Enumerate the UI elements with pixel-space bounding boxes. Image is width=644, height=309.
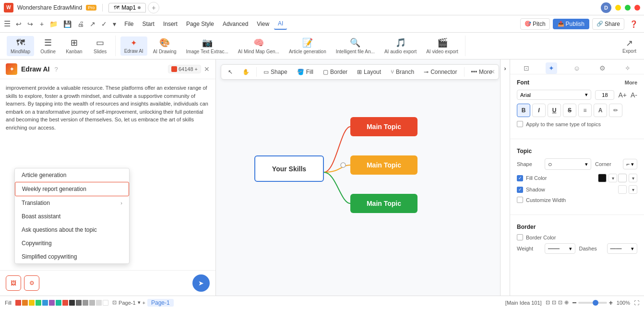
- font-grow-icon[interactable]: A+: [618, 91, 627, 99]
- dropdown-item-simplified[interactable]: Simplified copywriting: [15, 250, 129, 263]
- color-swatch-green[interactable]: [36, 300, 41, 306]
- maximize-button[interactable]: [625, 5, 631, 11]
- add-page-button[interactable]: +: [143, 300, 145, 306]
- kanban-tool[interactable]: ⊞ Kanban: [62, 36, 86, 56]
- apply-same-type-checkbox[interactable]: [517, 121, 523, 127]
- add-credits-icon[interactable]: +: [195, 66, 198, 72]
- zoom-thumb[interactable]: [593, 300, 598, 306]
- send-button[interactable]: ➤: [192, 274, 210, 292]
- color-swatch-teal[interactable]: [56, 300, 61, 306]
- weight-select[interactable]: —— ▾: [545, 243, 575, 254]
- redo-button[interactable]: ↪: [25, 19, 36, 29]
- right-panel-collapse[interactable]: ›: [500, 59, 510, 296]
- fill-color-checkbox[interactable]: ✓: [517, 175, 523, 181]
- rp-tab-emoji[interactable]: ☺: [571, 62, 583, 74]
- view-options[interactable]: ⊡: [552, 299, 556, 306]
- menu-view[interactable]: View: [253, 19, 273, 29]
- ai-image-button[interactable]: 🖼: [6, 275, 21, 291]
- color-swatch-lightest[interactable]: [96, 300, 102, 306]
- border-tool[interactable]: ▢ Border: [320, 67, 350, 77]
- dropdown-item-article[interactable]: Article generation: [15, 168, 129, 182]
- ai-mindmap-gen-tool[interactable]: 🧠 AI Mind Map Gen...: [234, 36, 283, 56]
- dropdown-item-boast[interactable]: Boast assistant: [15, 210, 129, 223]
- shadow-color-dropdown[interactable]: ▾: [629, 185, 637, 194]
- font-shrink-icon[interactable]: A-: [631, 91, 637, 99]
- color-swatch-red2[interactable]: [62, 300, 68, 306]
- canvas-toolbar-close[interactable]: ×: [490, 68, 495, 76]
- add-tab-button[interactable]: +: [148, 2, 159, 13]
- fill-color-dropdown-2[interactable]: ▾: [629, 174, 637, 182]
- tab-map1[interactable]: 🗺 Map1: [108, 3, 146, 12]
- border-color-checkbox[interactable]: [517, 234, 523, 240]
- canvas[interactable]: ↖ ✋ ▭ Shape 🪣 Fill ▢ Border ⊞ Layout ⑂ B…: [216, 59, 500, 296]
- mindmap-tool[interactable]: 🗺 MindMap: [7, 36, 34, 56]
- fill-tool[interactable]: 🪣 Fill: [294, 67, 316, 77]
- add-button[interactable]: +: [37, 19, 46, 29]
- strikethrough-button[interactable]: S: [563, 104, 576, 117]
- font-size-input[interactable]: 18: [595, 90, 614, 100]
- menu-collapse-button[interactable]: ☰: [4, 19, 11, 28]
- highlight-button[interactable]: ✏: [609, 104, 622, 117]
- edraw-ai-tool[interactable]: ✦ Edraw AI: [120, 36, 147, 56]
- check-button[interactable]: ✓: [99, 19, 109, 29]
- share-button[interactable]: 🔗 Share: [592, 18, 624, 30]
- publish-button[interactable]: 📤 Publish: [553, 19, 589, 29]
- menu-advanced[interactable]: Advanced: [219, 19, 252, 29]
- menu-page-style[interactable]: Page Style: [182, 19, 218, 29]
- connector-tool[interactable]: ⊸ Connector: [421, 67, 460, 77]
- color-swatch-dark[interactable]: [69, 300, 75, 306]
- topic2-node[interactable]: Main Topic: [350, 155, 417, 175]
- close-panel-button[interactable]: ✕: [204, 65, 210, 73]
- font-color-button[interactable]: A: [594, 104, 607, 117]
- shape-select[interactable]: ○ ▾: [545, 158, 591, 170]
- outline-tool[interactable]: ☰ Outline: [36, 36, 60, 56]
- branch-tool[interactable]: ⑂ Branch: [388, 67, 417, 77]
- article-gen-tool[interactable]: 📝 Article generation: [285, 36, 330, 56]
- menu-ai[interactable]: AI: [274, 18, 287, 30]
- color-swatch-lighter[interactable]: [89, 300, 95, 306]
- current-page-tab[interactable]: Page-1: [147, 299, 174, 307]
- chevron-down-icon[interactable]: ▾: [138, 299, 141, 306]
- color-swatch-yellow[interactable]: [29, 300, 35, 306]
- folder-button[interactable]: 📁: [47, 19, 60, 29]
- center-node[interactable]: Your Skills: [254, 155, 324, 182]
- more-button[interactable]: ▾: [110, 19, 119, 29]
- color-swatch-blue[interactable]: [42, 300, 48, 306]
- zoom-slider[interactable]: [578, 302, 607, 304]
- dropdown-item-weekly[interactable]: Weekly report generation: [15, 182, 129, 196]
- layout-tool[interactable]: ⊞ Layout: [354, 67, 384, 77]
- cursor-tool[interactable]: ↖: [225, 67, 236, 77]
- dropdown-item-ask[interactable]: Ask questions about the topic: [15, 223, 129, 237]
- fill-color-dropdown[interactable]: ▾: [608, 174, 617, 182]
- export-button[interactable]: ↗: [87, 19, 98, 29]
- font-family-select[interactable]: Arial ▾: [517, 90, 591, 100]
- save-button[interactable]: 💾: [61, 19, 74, 29]
- zoom-minus-icon[interactable]: [572, 302, 576, 303]
- image-text-extract-tool[interactable]: 📷 Image Text Extrac...: [182, 36, 232, 56]
- print-button[interactable]: 🖨: [75, 19, 86, 29]
- menu-start[interactable]: Start: [139, 19, 158, 29]
- color-swatch-gray[interactable]: [76, 300, 82, 306]
- rp-tab-style[interactable]: ✦: [546, 62, 557, 74]
- ai-video-export-tool[interactable]: 🎬 AI video export: [422, 36, 462, 56]
- dashes-select[interactable]: —— ▾: [607, 243, 638, 254]
- fullscreen-button[interactable]: ⛶: [634, 300, 639, 306]
- fill-color-swatch[interactable]: [598, 174, 607, 182]
- ai-graph-button[interactable]: ⚙: [24, 275, 39, 291]
- topic1-node[interactable]: Main Topic: [350, 117, 417, 136]
- fill-color-swatch-2[interactable]: [618, 174, 627, 182]
- hand-tool[interactable]: ✋: [239, 67, 252, 77]
- ai-drawing-tool[interactable]: 🎨 AI Drawing: [149, 36, 180, 56]
- menu-file[interactable]: File: [120, 19, 137, 29]
- slides-tool[interactable]: ▭ Slides: [88, 36, 112, 56]
- color-swatch-white[interactable]: [103, 300, 108, 306]
- help-button[interactable]: ❓: [627, 19, 640, 29]
- export-button[interactable]: ↗ Export: [619, 36, 640, 56]
- align-left-button[interactable]: ≡: [578, 104, 592, 117]
- shadow-color-swatch[interactable]: [618, 185, 627, 194]
- topic3-node[interactable]: Main Topic: [350, 194, 417, 213]
- dropdown-item-copywriting[interactable]: Copywriting: [15, 237, 129, 250]
- pitch-button[interactable]: 🎯 Pitch: [520, 18, 550, 30]
- undo-button[interactable]: ↩: [13, 19, 24, 29]
- font-more-button[interactable]: More: [625, 80, 637, 85]
